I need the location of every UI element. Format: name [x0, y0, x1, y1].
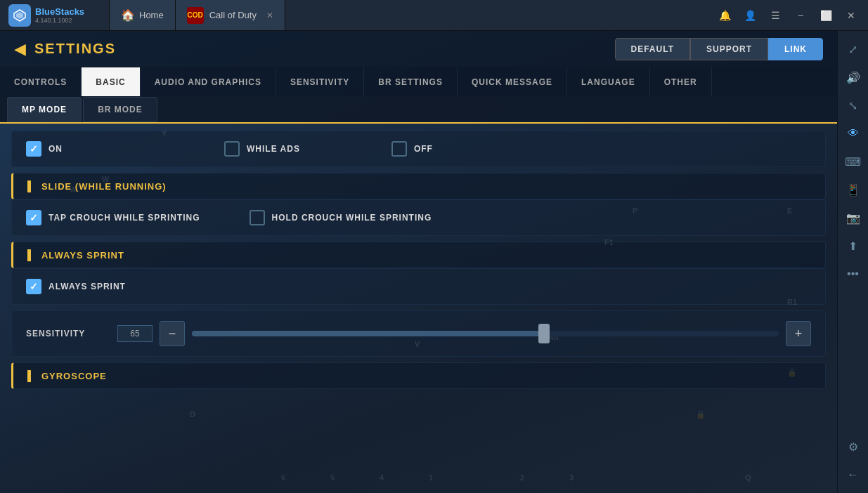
- main-tab-bar: CONTROLS BASIC AUDIO AND GRAPHICS SENSIT…: [0, 67, 837, 97]
- sub-tab-bar: MP MODE BR MODE: [0, 97, 837, 124]
- sub-tab-mp[interactable]: MP MODE: [7, 97, 82, 122]
- always-sprint-title: ALWAYS SPRINT: [41, 250, 124, 261]
- on-label: ON: [48, 144, 63, 154]
- sub-tab-br[interactable]: BR MODE: [83, 97, 157, 122]
- settings-content[interactable]: ✓ ON WHILE ADS OFF ▌ SLIDE (WHILE RUNNIN…: [0, 124, 837, 493]
- device-icon[interactable]: 📱: [841, 177, 866, 202]
- menu-btn[interactable]: ☰: [764, 4, 786, 27]
- header-buttons: DEFAULT SUPPORT LINK: [615, 38, 823, 60]
- tap-crouch-label: TAP CROUCH WHILE SPRINTING: [48, 213, 200, 223]
- slide-options-row: ✓ TAP CROUCH WHILE SPRINTING HOLD CROUCH…: [11, 199, 826, 236]
- settings-header: ◀ SETTINGS DEFAULT SUPPORT LINK: [0, 31, 837, 67]
- tap-crouch-item[interactable]: ✓ TAP CROUCH WHILE SPRINTING: [26, 210, 200, 225]
- expand-icon[interactable]: ⤢: [841, 37, 866, 62]
- gyro-indicator: ▌: [27, 370, 34, 381]
- sprint-indicator: ▌: [27, 249, 34, 261]
- hold-crouch-label: HOLD CROUCH WHILE SPRINTING: [272, 213, 432, 223]
- sprint-check: ✓: [30, 281, 38, 292]
- slider-thumb[interactable]: [538, 324, 550, 343]
- while-ads-checkbox[interactable]: [224, 141, 240, 157]
- sensitivity-label: SENSITIVITY: [26, 329, 110, 338]
- check-mark: ✓: [30, 143, 38, 155]
- hold-crouch-item[interactable]: HOLD CROUCH WHILE SPRINTING: [250, 210, 432, 225]
- off-checkbox-item[interactable]: OFF: [391, 141, 433, 157]
- always-sprint-checkbox[interactable]: ✓: [26, 279, 41, 294]
- volume-icon[interactable]: 🔊: [841, 65, 866, 90]
- tab-home[interactable]: 🏠 Home: [109, 0, 176, 30]
- tab-sensitivity[interactable]: SENSITIVITY: [276, 67, 364, 96]
- always-sprint-label: ALWAYS SPRINT: [48, 282, 126, 291]
- on-checkbox[interactable]: ✓: [26, 141, 41, 157]
- more-icon[interactable]: •••: [841, 261, 866, 287]
- off-label: OFF: [414, 144, 433, 154]
- settings-title: SETTINGS: [34, 41, 615, 57]
- always-sprint-section-header: ▌ ALWAYS SPRINT: [11, 242, 826, 268]
- default-btn[interactable]: DEFAULT: [615, 38, 690, 60]
- brand-area: BlueStacks 4.140.1.1002: [0, 4, 109, 27]
- account-btn[interactable]: 👤: [739, 4, 761, 27]
- gyroscope-section-header: ▌ GYROSCOPE: [11, 362, 826, 389]
- slider-container: SENSITIVITY 65 − +: [26, 321, 811, 346]
- titlebar-controls: 🔔 👤 ☰ − ⬜ ✕: [713, 4, 868, 27]
- sensitivity-value: 65: [117, 325, 153, 342]
- tab-basic[interactable]: BASIC: [82, 67, 140, 96]
- tab-close-icon[interactable]: ✕: [266, 11, 273, 20]
- slider-minus-btn[interactable]: −: [160, 321, 185, 346]
- while-ads-checkbox-item[interactable]: WHILE ADS: [224, 141, 300, 157]
- main-content: Y W A P E F1 R1 Alt V 🔒 D 🔒 6 5 4 1 2 3 …: [0, 31, 837, 493]
- camera-icon[interactable]: 📷: [841, 205, 866, 230]
- while-ads-label: WHILE ADS: [247, 144, 300, 154]
- brand-text: BlueStacks 4.140.1.1002: [35, 6, 84, 24]
- settings-icon[interactable]: ⚙: [841, 434, 866, 459]
- tab-game-label: Call of Duty: [209, 10, 257, 20]
- brand-name: BlueStacks: [35, 6, 84, 17]
- link-btn[interactable]: LINK: [768, 38, 823, 60]
- minimize-btn[interactable]: −: [789, 4, 812, 27]
- tab-game[interactable]: COD Call of Duty ✕: [176, 0, 285, 30]
- gyroscope-title: GYROSCOPE: [41, 371, 107, 381]
- slide-indicator: ▌: [27, 180, 34, 192]
- sensitivity-row: SENSITIVITY 65 − +: [11, 310, 826, 357]
- slider-fill: [192, 331, 544, 336]
- slide-section-header: ▌ SLIDE (WHILE RUNNING): [11, 173, 826, 199]
- tab-quick-message[interactable]: QUICK MESSAGE: [458, 67, 567, 96]
- always-sprint-row: ✓ ALWAYS SPRINT: [11, 268, 826, 305]
- back-icon[interactable]: ←: [841, 462, 866, 487]
- titlebar: BlueStacks 4.140.1.1002 🏠 Home COD Call …: [0, 0, 868, 31]
- right-sidebar: ⤢ 🔊 ⤡ 👁 ⌨ 📱 📷 ⬆ ••• ⚙ ←: [837, 31, 868, 493]
- tab-audio-graphics[interactable]: AUDIO AND GRAPHICS: [141, 67, 276, 96]
- notification-btn[interactable]: 🔔: [713, 4, 736, 27]
- tab-other[interactable]: OTHER: [650, 67, 712, 96]
- maximize-btn[interactable]: ⬜: [815, 4, 837, 27]
- slide-title: SLIDE (WHILE RUNNING): [41, 181, 167, 192]
- svg-marker-1: [16, 12, 23, 19]
- tab-controls[interactable]: CONTROLS: [0, 67, 82, 96]
- tap-crouch-checkbox[interactable]: ✓: [26, 210, 41, 225]
- tap-check: ✓: [30, 212, 38, 223]
- home-icon: 🏠: [121, 8, 135, 22]
- hold-crouch-checkbox[interactable]: [250, 210, 265, 225]
- close-btn[interactable]: ✕: [840, 4, 862, 27]
- tab-home-label: Home: [139, 10, 164, 20]
- brand-version: 4.140.1.1002: [35, 17, 84, 24]
- tab-br-settings[interactable]: BR SETTINGS: [364, 67, 458, 96]
- always-sprint-checkbox-item[interactable]: ✓ ALWAYS SPRINT: [26, 279, 126, 294]
- slider-plus-btn[interactable]: +: [786, 321, 811, 346]
- on-checkbox-item[interactable]: ✓ ON: [26, 141, 63, 157]
- back-arrow-btn[interactable]: ◀: [14, 40, 26, 58]
- bluestacks-logo: [8, 4, 31, 27]
- off-checkbox[interactable]: [391, 141, 407, 157]
- upload-icon[interactable]: ⬆: [841, 233, 866, 258]
- slider-track[interactable]: [192, 331, 779, 336]
- support-btn[interactable]: SUPPORT: [690, 38, 768, 60]
- keyboard-icon[interactable]: ⌨: [841, 149, 866, 174]
- eye-icon[interactable]: 👁: [841, 121, 866, 146]
- tab-language[interactable]: LANGUAGE: [567, 67, 650, 96]
- fit-screen-icon[interactable]: ⤡: [841, 93, 866, 118]
- on-while-ads-row: ✓ ON WHILE ADS OFF: [11, 131, 826, 167]
- game-logo: COD: [187, 7, 204, 24]
